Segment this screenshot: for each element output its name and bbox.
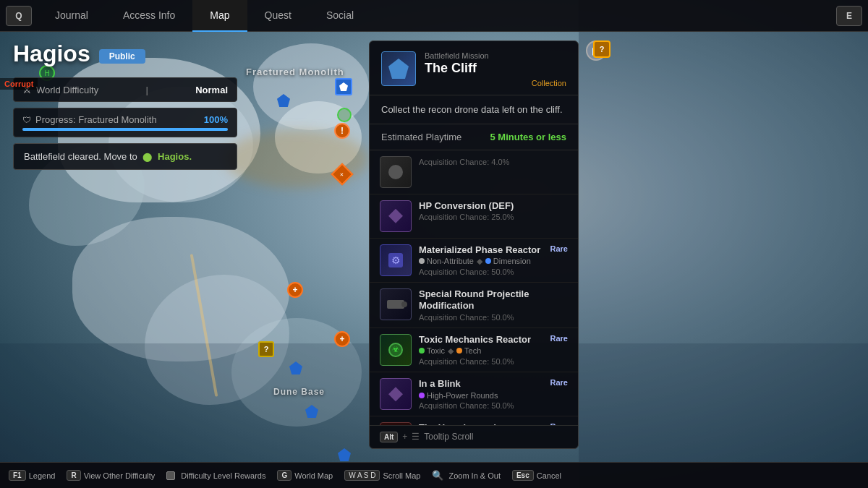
tooltip-key: Alt <box>380 432 398 442</box>
reward-item: ⚙ Materialized Phase Reactor Rare Non-At… <box>370 239 578 283</box>
reward-icon <box>380 378 412 410</box>
mission-marker-3[interactable]: + <box>334 331 350 347</box>
reward-name: Materialized Phase Reactor <box>419 244 540 256</box>
progress-bar <box>22 128 228 131</box>
mission-popup: Battlefield Mission The Cliff Collection… <box>369 40 579 449</box>
scroll-icon: ☰ <box>412 432 420 442</box>
danger-marker[interactable]: + <box>334 166 350 182</box>
reward-item: Acquisition Chance: 4.0% <box>370 150 578 194</box>
mission-category: Collection <box>425 79 566 87</box>
bottom-worldmap: G World Map <box>277 470 333 481</box>
progress-value: 100% <box>204 114 228 125</box>
bottom-legend: F1 Legend <box>9 470 55 481</box>
bottom-bar: F1 Legend R View Other Difficulty Diffic… <box>0 462 868 488</box>
nav-marker-4[interactable] <box>338 448 351 461</box>
progress-card: 🛡 Progress: Fractured Monolith 100% <box>13 108 237 137</box>
reward-chance: Acquisition Chance: 4.0% <box>419 158 568 166</box>
rare-badge: Rare <box>550 422 568 425</box>
bottom-rewards: Difficulty Level Rewards <box>166 471 265 480</box>
reward-chance: Acquisition Chance: 50.0% <box>419 401 568 410</box>
reward-info: Special Round Projectile Modification Ac… <box>419 288 568 321</box>
reward-item: In a Blink Rare High-Power Rounds Acquis… <box>370 372 578 416</box>
reward-item: Special Round Projectile Modification Ac… <box>370 283 578 328</box>
bottom-scroll: W A S D Scroll Map <box>344 470 420 481</box>
mission-header: Battlefield Mission The Cliff Collection <box>370 41 578 95</box>
mission-description: Collect the recon drone data left on the… <box>370 95 578 124</box>
reward-icon <box>380 288 412 320</box>
tab-journal[interactable]: Journal <box>38 0 106 32</box>
reward-list[interactable]: Acquisition Chance: 4.0% HP Conversion (… <box>370 150 578 425</box>
bottom-cancel: Esc Cancel <box>512 470 561 481</box>
reward-icon: ⚙ <box>380 244 412 276</box>
reward-item: HP Conversion (DEF) Acquisition Chance: … <box>370 194 578 239</box>
fractured-monolith-label: Fractured Monolith <box>246 67 344 77</box>
location-title: Hagios <box>13 40 90 67</box>
mission-icon <box>381 51 416 86</box>
reward-chance: Acquisition Chance: 50.0% <box>419 267 568 276</box>
tooltip-label: Tooltip Scroll <box>424 432 473 442</box>
tooltip-scroll: Alt + ☰ Tooltip Scroll <box>370 425 578 448</box>
reward-info: In a Blink Rare High-Power Rounds Acquis… <box>419 378 568 410</box>
rewards-icon <box>166 471 175 480</box>
tab-social[interactable]: Social <box>309 0 371 32</box>
quest-marker-2[interactable]: ? <box>258 341 274 357</box>
quest-marker-orange[interactable]: ! <box>334 123 350 139</box>
nav-marker-2[interactable] <box>289 361 302 374</box>
reward-tags: Non-Attribute◆Dimension <box>419 257 568 266</box>
reward-icon <box>380 200 412 232</box>
reward-chance: Acquisition Chance: 50.0% <box>419 357 568 366</box>
location-pin-2[interactable]: ? <box>593 40 610 58</box>
nav-marker-blue[interactable] <box>277 94 290 107</box>
progress-label: 🛡 Progress: Fractured Monolith <box>22 114 157 125</box>
top-navigation: Q Journal Access Info Map Quest Social E <box>0 0 868 32</box>
objective-marker[interactable] <box>337 108 352 122</box>
reward-info: Acquisition Chance: 4.0% <box>419 156 568 166</box>
dune-base-label: Dune Base <box>273 387 325 397</box>
cleared-card: Battlefield cleared. Move to ⬤ Hagios. <box>13 143 237 170</box>
reward-item: ☣ Toxic Mechanics Reactor Rare Toxic◆Tec… <box>370 328 578 373</box>
tab-map[interactable]: Map <box>192 0 247 32</box>
reward-icon: ☣ <box>380 334 412 366</box>
mission-playtime: Estimated Playtime 5 Minutes or less <box>370 124 578 150</box>
reward-chance: Acquisition Chance: 25.0% <box>419 213 568 221</box>
reward-info: Materialized Phase Reactor Rare Non-Attr… <box>419 244 568 277</box>
mission-name: The Cliff <box>425 61 566 76</box>
bottom-difficulty: R View Other Difficulty <box>67 470 155 481</box>
tab-access-info[interactable]: Access Info <box>106 0 192 32</box>
rare-badge: Rare <box>550 244 568 253</box>
reward-tags: High-Power Rounds <box>419 391 568 400</box>
rare-badge: Rare <box>550 378 568 387</box>
reward-name: The Unwelcomed <box>419 422 496 425</box>
mission-type: Battlefield Mission <box>425 51 566 60</box>
playtime-label: Estimated Playtime <box>381 132 461 142</box>
public-badge: Public <box>99 49 145 64</box>
corrupt-label: Corrupt <box>0 78 38 90</box>
tab-quest[interactable]: Quest <box>247 0 309 32</box>
left-panel: Hagios Public ⚔ World Difficulty | Norma… <box>13 40 237 170</box>
reward-info: The Unwelcomed Rare Special Rounds Acqui… <box>419 422 568 425</box>
nav-key-e[interactable]: E <box>836 6 862 26</box>
reward-item: The Unwelcomed Rare Special Rounds Acqui… <box>370 416 578 425</box>
reward-info: HP Conversion (DEF) Acquisition Chance: … <box>419 200 568 222</box>
bottom-zoom: 🔍 Zoom In & Out <box>432 470 501 481</box>
playtime-value: 5 Minutes or less <box>490 132 566 142</box>
nav-key-q[interactable]: Q <box>6 6 32 26</box>
reward-chance: Acquisition Chance: 50.0% <box>419 313 568 322</box>
reward-icon <box>380 422 412 425</box>
mission-title-block: Battlefield Mission The Cliff Collection <box>425 51 566 87</box>
reward-name: Special Round Projectile Modification <box>419 288 568 311</box>
reward-icon <box>380 156 412 188</box>
cleared-text: Battlefield cleared. Move to <box>24 151 137 162</box>
reward-name: Toxic Mechanics Reactor <box>419 334 531 346</box>
rare-badge: Rare <box>550 334 568 343</box>
world-difficulty-value: Normal <box>195 85 228 95</box>
nav-marker-3[interactable] <box>305 405 318 418</box>
reward-name: HP Conversion (DEF) <box>419 200 514 212</box>
cleared-link[interactable]: Hagios. <box>158 151 192 162</box>
reward-info: Toxic Mechanics Reactor Rare Toxic◆Tech … <box>419 334 568 367</box>
reward-tags: Toxic◆Tech <box>419 346 568 356</box>
mission-marker-blue[interactable] <box>335 78 352 95</box>
reward-name: In a Blink <box>419 378 461 390</box>
mission-marker-2[interactable]: + <box>287 282 303 298</box>
zoom-icon: 🔍 <box>432 470 443 481</box>
